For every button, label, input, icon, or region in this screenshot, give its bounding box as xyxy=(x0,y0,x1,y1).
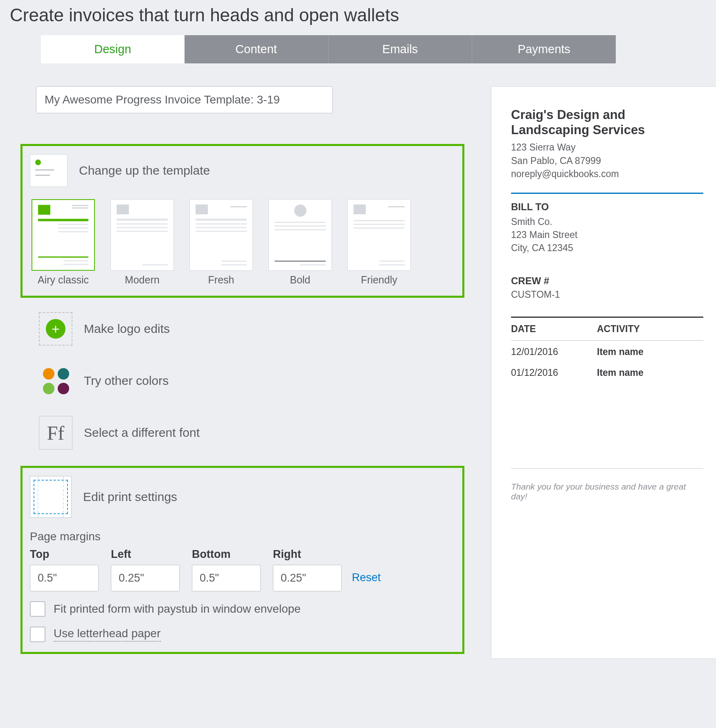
template-icon xyxy=(30,154,68,187)
table-row: 12/01/2016 Item name xyxy=(511,341,703,362)
page-title: Create invoices that turn heads and open… xyxy=(0,0,716,35)
margin-top-label: Top xyxy=(30,548,99,561)
col-date: DATE xyxy=(511,324,597,335)
tab-payments[interactable]: Payments xyxy=(472,35,616,63)
print-settings-section: Edit print settings Page margins Top Lef… xyxy=(20,466,464,654)
template-option-airy-classic[interactable]: Airy classic xyxy=(32,199,95,286)
template-option-fresh[interactable]: Fresh xyxy=(189,199,253,286)
template-option-bold[interactable]: Bold xyxy=(268,199,332,286)
reset-margins-link[interactable]: Reset xyxy=(352,571,381,584)
fit-envelope-row[interactable]: Fit printed form with paystub in window … xyxy=(30,601,455,617)
crew-label: CREW # xyxy=(511,275,703,287)
tab-design[interactable]: Design xyxy=(41,35,185,63)
logo-edits-label: Make logo edits xyxy=(84,322,170,336)
margin-bottom-label: Bottom xyxy=(192,548,261,561)
invoice-preview: Craig's Design and Landscaping Services … xyxy=(491,86,716,659)
preview-table: DATE ACTIVITY 12/01/2016 Item name 01/12… xyxy=(511,317,703,382)
plus-icon: + xyxy=(46,319,65,339)
add-logo-icon: + xyxy=(39,312,72,346)
change-template-header[interactable]: Change up the template xyxy=(30,154,455,187)
font-label: Select a different font xyxy=(84,426,200,440)
template-thumbnails: Airy classic Modern xyxy=(32,199,455,286)
font-icon: Ff xyxy=(39,416,72,449)
margin-right-label: Right xyxy=(273,548,342,561)
font-row[interactable]: Ff Select a different font xyxy=(39,416,458,449)
print-settings-icon xyxy=(30,476,72,518)
change-template-label: Change up the template xyxy=(79,164,210,178)
preview-thankyou: Thank you for your business and have a g… xyxy=(511,482,703,501)
preview-address-1: 123 Sierra Way xyxy=(511,141,703,154)
tab-content[interactable]: Content xyxy=(185,35,329,63)
template-option-modern[interactable]: Modern xyxy=(110,199,174,286)
template-option-friendly[interactable]: Friendly xyxy=(347,199,411,286)
preview-address-3: noreply@quickbooks.com xyxy=(511,167,703,180)
bill-to-label: BILL TO xyxy=(511,201,703,213)
change-template-section: Change up the template Airy xyxy=(20,144,464,298)
margin-top-input[interactable] xyxy=(30,565,99,591)
margin-bottom-input[interactable] xyxy=(192,565,261,591)
fit-envelope-label: Fit printed form with paystub in window … xyxy=(54,602,301,616)
bill-to-3: City, CA 12345 xyxy=(511,241,703,254)
letterhead-checkbox[interactable] xyxy=(30,627,45,642)
fit-envelope-checkbox[interactable] xyxy=(30,601,45,617)
col-activity: ACTIVITY xyxy=(597,324,703,335)
margin-left-label: Left xyxy=(111,548,180,561)
margin-left-input[interactable] xyxy=(111,565,180,591)
preview-address-2: San Pablo, CA 87999 xyxy=(511,154,703,167)
letterhead-label: Use letterhead paper xyxy=(54,627,161,642)
margin-right-input[interactable] xyxy=(273,565,342,591)
preview-footer-rule xyxy=(511,468,703,469)
preview-divider xyxy=(511,193,703,194)
print-settings-header[interactable]: Edit print settings xyxy=(30,476,455,518)
logo-edits-row[interactable]: + Make logo edits xyxy=(39,312,458,346)
crew-value: CUSTOM-1 xyxy=(511,289,703,300)
colors-row[interactable]: Try other colors xyxy=(39,364,458,398)
template-name-select[interactable]: My Awesome Progress Invoice Template: 3-… xyxy=(36,86,333,113)
bill-to-2: 123 Main Street xyxy=(511,228,703,241)
colors-icon xyxy=(39,364,72,398)
bill-to-1: Smith Co. xyxy=(511,215,703,228)
print-settings-label: Edit print settings xyxy=(83,490,177,504)
tab-emails[interactable]: Emails xyxy=(329,35,473,63)
tabs: Design Content Emails Payments xyxy=(41,35,616,63)
colors-label: Try other colors xyxy=(84,374,169,388)
preview-company-name: Craig's Design and Landscaping Services xyxy=(511,107,703,137)
letterhead-row[interactable]: Use letterhead paper xyxy=(30,627,455,642)
table-row: 01/12/2016 Item name xyxy=(511,362,703,382)
page-margins-title: Page margins xyxy=(30,530,455,543)
